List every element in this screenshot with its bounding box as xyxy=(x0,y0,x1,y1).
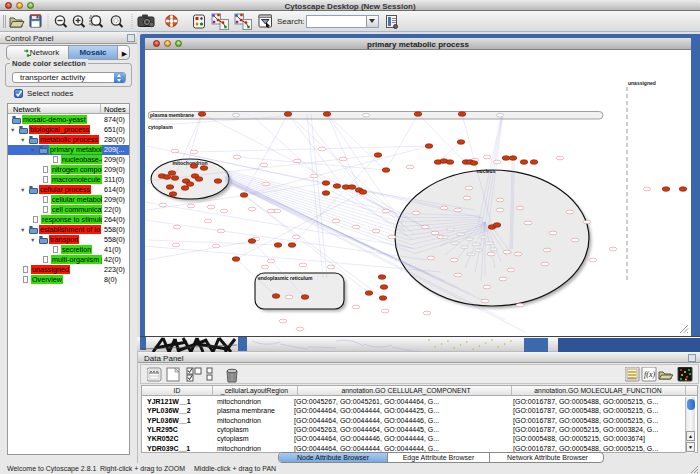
svg-text:cytoplasm: cytoplasm xyxy=(148,124,173,130)
svg-text:mitochondrion: mitochondrion xyxy=(173,160,208,166)
svg-text:unassigned: unassigned xyxy=(628,80,656,86)
svg-text:endoplasmic reticulum: endoplasmic reticulum xyxy=(258,275,313,281)
svg-text:nucleus: nucleus xyxy=(477,168,496,174)
svg-text:f(x): f(x) xyxy=(644,370,655,379)
svg-text:plasma membrane: plasma membrane xyxy=(150,112,194,118)
